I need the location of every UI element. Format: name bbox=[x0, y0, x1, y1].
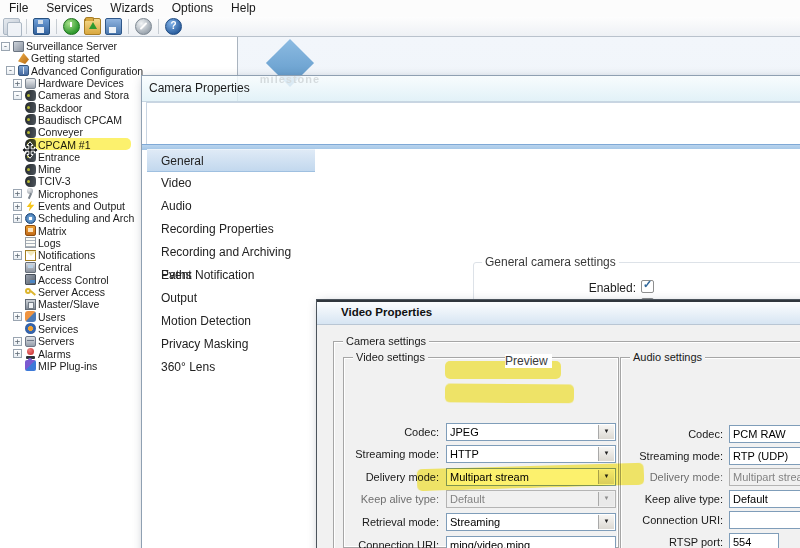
preview-group-label: Preview bbox=[505, 354, 552, 368]
camera-properties-titlebar: Camera Properties bbox=[142, 76, 800, 102]
separator[interactable] bbox=[128, 19, 129, 34]
tree-item[interactable]: - Cameras and Stora bbox=[0, 89, 237, 101]
video-setting-row: Delivery mode: Multipart stream bbox=[343, 468, 617, 486]
tree-item[interactable]: Master/Slave bbox=[0, 298, 237, 310]
tree-expander-icon[interactable]: - bbox=[13, 91, 22, 100]
field-label: Connection URI: bbox=[620, 514, 723, 526]
tree-item[interactable]: Access Control bbox=[0, 274, 237, 286]
audio-setting-row: Keep alive type: Default bbox=[620, 490, 800, 508]
tree-item[interactable]: + Notifications bbox=[0, 249, 237, 261]
menu-item[interactable]: Services bbox=[37, 0, 101, 17]
field-label: Delivery mode: bbox=[620, 471, 723, 483]
field-value: 554 bbox=[733, 536, 751, 548]
field-control[interactable]: HTTP bbox=[446, 445, 616, 463]
tree-item-label: Backdoor bbox=[36, 102, 82, 114]
save-icon[interactable] bbox=[33, 18, 50, 35]
tree-expander-icon[interactable]: + bbox=[13, 312, 22, 321]
tree-expander-icon[interactable]: + bbox=[13, 202, 22, 211]
restore-configuration-icon[interactable] bbox=[84, 18, 101, 35]
tree-item[interactable]: Matrix bbox=[0, 224, 237, 236]
dropdown-arrow-icon[interactable] bbox=[598, 447, 614, 461]
separator[interactable] bbox=[56, 19, 57, 34]
service-status-icon[interactable] bbox=[63, 18, 80, 35]
tree-expander-icon[interactable]: + bbox=[13, 349, 22, 358]
field-control[interactable]: Multipart stream bbox=[446, 468, 616, 486]
tree-item[interactable]: + Microphones bbox=[0, 188, 237, 200]
tree-item-label: Baudisch CPCAM bbox=[36, 114, 122, 126]
menu-item[interactable]: File bbox=[0, 0, 37, 17]
video-setting-row: Codec: JPEG bbox=[343, 423, 617, 441]
separator[interactable] bbox=[158, 19, 159, 34]
tree-item-icon bbox=[25, 102, 36, 113]
tree-item-label: Scheduling and Arch bbox=[36, 212, 134, 224]
field-control[interactable]: Default bbox=[446, 490, 616, 508]
tree-item[interactable]: Mine bbox=[0, 163, 237, 175]
field-control[interactable]: Default bbox=[729, 490, 800, 508]
tree-item[interactable]: + Users bbox=[0, 311, 237, 323]
dropdown-arrow-icon[interactable] bbox=[598, 492, 614, 506]
field-label: RTSP port: bbox=[620, 536, 723, 548]
tree-item[interactable]: + Scheduling and Arch bbox=[0, 212, 237, 224]
menu-item[interactable]: Options bbox=[163, 0, 222, 17]
field-control[interactable]: PCM RAW bbox=[729, 425, 800, 443]
tree-item-label: Servers bbox=[36, 335, 74, 347]
tree-item-label: Access Control bbox=[36, 274, 109, 286]
tree-expander-icon[interactable]: + bbox=[13, 79, 22, 88]
tree-item-label: Entrance bbox=[36, 151, 80, 163]
tree-item-label: CPCAM #1 bbox=[36, 139, 91, 151]
menu-item[interactable]: Wizards bbox=[101, 0, 162, 17]
tree-item[interactable]: Baudisch CPCAM bbox=[0, 114, 237, 126]
field-label: Codec: bbox=[620, 428, 723, 440]
dropdown-arrow-icon[interactable] bbox=[598, 470, 614, 484]
tree-item-icon bbox=[18, 65, 29, 76]
enabled-checkbox[interactable]: ✓ bbox=[641, 280, 654, 293]
tree-item-label: Getting started bbox=[29, 52, 100, 64]
tree-item[interactable]: + Hardware Devices bbox=[0, 77, 237, 89]
tree-item-label: Matrix bbox=[36, 225, 67, 237]
dropdown-arrow-icon[interactable] bbox=[598, 425, 614, 439]
tree-item[interactable]: Logs bbox=[0, 237, 237, 249]
field-control[interactable]: Streaming bbox=[446, 513, 616, 531]
tree-item[interactable]: Conveyer bbox=[0, 126, 237, 138]
tree-expander-icon[interactable]: + bbox=[13, 337, 22, 346]
tree-item[interactable]: - Surveillance Server bbox=[0, 40, 237, 52]
tree-item[interactable]: + Servers bbox=[0, 335, 237, 347]
save-configuration-icon[interactable] bbox=[105, 18, 122, 35]
field-control[interactable]: mjpg/video.mjpg bbox=[446, 536, 616, 548]
tree-expander-icon[interactable]: + bbox=[13, 189, 22, 198]
field-control[interactable]: JPEG bbox=[446, 423, 616, 441]
tree-item-icon bbox=[25, 250, 36, 261]
tree-item[interactable]: + Events and Output bbox=[0, 200, 237, 212]
tools-icon[interactable] bbox=[135, 18, 152, 35]
field-control[interactable]: RTP (UDP) bbox=[729, 447, 800, 465]
tree-expander-icon[interactable]: + bbox=[13, 251, 22, 260]
tree-item[interactable]: TCIV-3 bbox=[0, 175, 237, 187]
dropdown-arrow-icon[interactable] bbox=[598, 515, 614, 529]
separator[interactable] bbox=[26, 19, 27, 34]
field-label: Retrieval mode: bbox=[343, 516, 439, 528]
field-control[interactable]: 554 bbox=[729, 533, 779, 548]
tree-item[interactable]: - Advanced Configuration bbox=[0, 65, 237, 77]
tree-item[interactable]: + Alarms bbox=[0, 347, 237, 359]
audio-setting-row: Connection URI: bbox=[620, 511, 800, 529]
tree-item[interactable]: Getting started bbox=[0, 52, 237, 64]
tree-item[interactable]: Central bbox=[0, 261, 237, 273]
tree-item[interactable]: Services bbox=[0, 323, 237, 335]
tree-item[interactable]: MIP Plug-ins bbox=[0, 360, 237, 372]
field-control[interactable] bbox=[729, 511, 800, 529]
field-control[interactable]: Multipart stream bbox=[729, 468, 800, 486]
tree-item[interactable]: Backdoor bbox=[0, 101, 237, 113]
tree-expander-icon[interactable]: + bbox=[13, 214, 22, 223]
menu-item[interactable]: Help bbox=[222, 0, 265, 17]
tree-expander-icon[interactable]: - bbox=[6, 66, 15, 75]
move-cursor-icon bbox=[21, 141, 39, 159]
field-value: Multipart stream bbox=[450, 471, 529, 483]
tree-item-label: Surveillance Server bbox=[24, 40, 117, 52]
help-icon[interactable] bbox=[165, 18, 182, 35]
tree-item-icon bbox=[25, 213, 36, 224]
tree-item-icon bbox=[25, 201, 36, 212]
video-setting-row: Streaming mode: HTTP bbox=[343, 445, 617, 463]
tree-item[interactable]: Server Access bbox=[0, 286, 237, 298]
copy-pages-icon[interactable] bbox=[3, 18, 20, 35]
tree-expander-icon[interactable]: - bbox=[1, 42, 10, 51]
